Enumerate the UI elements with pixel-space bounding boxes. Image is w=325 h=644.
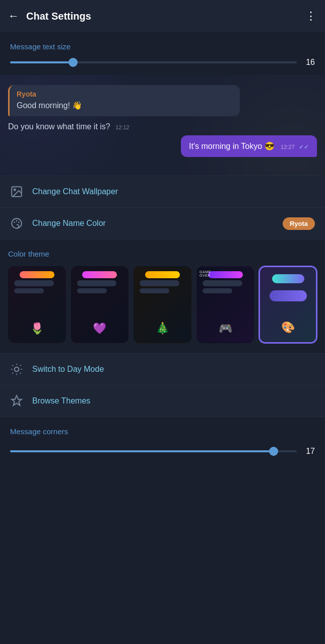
chat-preview: Ryota Good morning! 👋 Do you know what t… bbox=[0, 75, 325, 176]
text-size-slider-track[interactable] bbox=[10, 61, 297, 63]
theme-card-3[interactable]: 🎄 bbox=[134, 266, 191, 343]
sun-icon bbox=[10, 363, 23, 376]
theme3-emoji: 🎄 bbox=[156, 322, 169, 335]
browse-themes-label: Browse Themes bbox=[32, 396, 315, 406]
theme5-bubble-mid bbox=[270, 290, 307, 301]
svg-point-3 bbox=[14, 222, 15, 223]
change-name-color-label: Change Name Color bbox=[32, 219, 274, 228]
theme2-bubble-out bbox=[82, 271, 117, 278]
text-size-slider-row: 16 bbox=[10, 58, 315, 67]
game-over-text: GAMEOVER bbox=[200, 270, 211, 277]
incoming-bubble: Ryota Good morning! 👋 bbox=[8, 85, 240, 116]
text-size-slider-thumb[interactable] bbox=[69, 58, 78, 67]
message-corners-label: Message corners bbox=[10, 427, 315, 436]
header: ← Chat Settings ⋮ bbox=[0, 0, 325, 32]
theme1-emoji: 🌷 bbox=[30, 322, 44, 335]
change-wallpaper-label: Change Chat Wallpaper bbox=[32, 187, 315, 196]
theme3-bubble-out bbox=[145, 271, 180, 278]
theme4-inner: GAMEOVER 🎮 bbox=[198, 267, 253, 342]
incoming-text: Good morning! 👋 bbox=[17, 100, 233, 111]
svg-point-4 bbox=[16, 220, 18, 222]
action-section: Switch to Day Mode Browse Themes bbox=[0, 354, 325, 417]
theme2-bubble-in bbox=[77, 280, 117, 286]
incoming-time: 12:12 bbox=[115, 124, 129, 130]
theme-card-5[interactable]: 🎨 bbox=[259, 266, 317, 343]
outgoing-text: It's morning in Tokyo 😎 bbox=[189, 142, 275, 150]
theme4-bubble-out bbox=[208, 271, 243, 278]
browse-themes-item[interactable]: Browse Themes bbox=[0, 385, 325, 417]
wallpaper-icon bbox=[10, 185, 23, 198]
theme1-bubble-in bbox=[14, 280, 54, 286]
svg-point-2 bbox=[12, 218, 22, 228]
theme1-inner: 🌷 bbox=[9, 267, 65, 342]
svg-point-6 bbox=[15, 367, 19, 371]
color-theme-label: Color theme bbox=[8, 250, 317, 258]
theme1-bubble-out bbox=[20, 271, 54, 278]
theme5-bubble-top bbox=[272, 274, 304, 283]
back-button[interactable]: ← bbox=[8, 10, 19, 23]
theme4-bubble-in bbox=[203, 280, 242, 286]
theme2-emoji: 💜 bbox=[93, 322, 106, 335]
pin-icon bbox=[10, 394, 23, 408]
message-text-size-label: Message text size bbox=[10, 42, 315, 51]
incoming-standalone: Do you know what time it is? 12:12 bbox=[8, 122, 317, 131]
svg-line-14 bbox=[20, 365, 21, 366]
more-button[interactable]: ⋮ bbox=[305, 10, 317, 23]
corners-slider-track[interactable] bbox=[10, 450, 297, 452]
theme-grid: 🌷 💜 🎄 GAMEOVER bbox=[8, 266, 317, 343]
svg-point-1 bbox=[14, 189, 16, 191]
svg-point-5 bbox=[18, 222, 20, 223]
color-theme-section: Color theme 🌷 💜 bbox=[0, 239, 325, 353]
theme2-bubble-in2 bbox=[77, 288, 107, 293]
theme3-bubble-in bbox=[140, 280, 179, 286]
theme-card-4[interactable]: GAMEOVER 🎮 bbox=[197, 266, 254, 343]
message-text-size-section: Message text size 16 bbox=[0, 32, 325, 75]
message-corners-section: Message corners 17 bbox=[0, 417, 325, 466]
page-title: Chat Settings bbox=[26, 11, 91, 22]
theme4-bubble-in2 bbox=[203, 288, 232, 293]
name-badge: Ryota bbox=[283, 217, 315, 230]
svg-line-10 bbox=[20, 373, 21, 374]
svg-line-13 bbox=[13, 373, 14, 374]
theme5-inner: 🎨 bbox=[260, 267, 316, 342]
corners-slider-row: 17 bbox=[10, 443, 315, 458]
svg-line-9 bbox=[13, 365, 14, 366]
theme1-bubble-in2 bbox=[14, 288, 44, 293]
corners-slider-fill bbox=[10, 450, 274, 452]
header-left: ← Chat Settings bbox=[8, 10, 91, 23]
outgoing-time: 12:27 bbox=[281, 144, 295, 150]
palette-icon bbox=[10, 217, 23, 230]
text-size-slider-fill bbox=[10, 61, 73, 63]
theme5-emoji: 🎨 bbox=[281, 321, 295, 334]
day-mode-item[interactable]: Switch to Day Mode bbox=[0, 354, 325, 385]
theme3-inner: 🎄 bbox=[135, 267, 190, 342]
theme4-emoji: 🎮 bbox=[219, 322, 232, 335]
theme3-bubble-in2 bbox=[140, 288, 169, 293]
incoming-standalone-text: Do you know what time it is? bbox=[8, 122, 110, 131]
change-name-color-item[interactable]: Change Name Color Ryota bbox=[0, 208, 325, 239]
theme2-inner: 💜 bbox=[72, 267, 128, 342]
corners-value: 17 bbox=[303, 447, 315, 456]
theme-card-1[interactable]: 🌷 bbox=[8, 266, 66, 343]
text-size-value: 16 bbox=[303, 58, 315, 67]
sender-name: Ryota bbox=[17, 90, 233, 98]
theme-card-2[interactable]: 💜 bbox=[71, 266, 129, 343]
change-wallpaper-item[interactable]: Change Chat Wallpaper bbox=[0, 176, 325, 207]
check-marks-icon: ✓✓ bbox=[299, 143, 309, 150]
day-mode-label: Switch to Day Mode bbox=[32, 365, 315, 374]
corners-slider-thumb[interactable] bbox=[269, 447, 278, 456]
outgoing-bubble: It's morning in Tokyo 😎 12:27 ✓✓ bbox=[181, 135, 317, 157]
